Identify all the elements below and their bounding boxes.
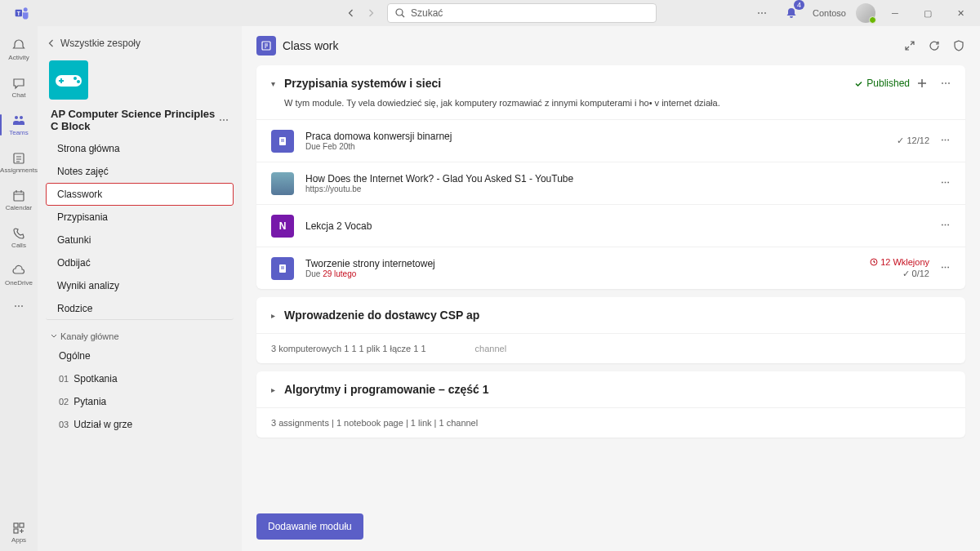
svg-point-3	[396, 9, 403, 16]
nav-reflect[interactable]: Odbijać	[46, 251, 234, 274]
module-title: Wprowadzenie do dostawcy CSP ap	[284, 309, 951, 322]
svg-rect-10	[14, 529, 18, 533]
module-summary: 3 komputerowych 1 1 1 plik 1 łącze 1 1ch…	[256, 333, 965, 363]
module-title: Przypisania systemów i sieci	[284, 77, 848, 90]
item-more[interactable]: ⋯	[941, 136, 951, 146]
assignment-icon	[271, 257, 294, 280]
nav-insights[interactable]: Wyniki analizy	[46, 274, 234, 297]
org-name: Contoso	[813, 8, 846, 18]
chevron-down-icon	[51, 333, 57, 340]
window-close[interactable]: ✕	[947, 2, 973, 24]
channel-participation[interactable]: 03Udział w grze	[42, 413, 237, 436]
rail-calendar[interactable]: Calendar	[0, 181, 38, 219]
team-avatar	[49, 60, 88, 100]
svg-point-12	[74, 77, 77, 80]
nav-grades[interactable]: Gatunki	[46, 229, 234, 251]
add-icon[interactable]	[916, 78, 928, 89]
window-minimize[interactable]: ─	[882, 2, 908, 24]
rail-calls[interactable]: Calls	[0, 219, 38, 256]
item-more[interactable]: ⋯	[941, 178, 951, 189]
rail-activity[interactable]: Activity	[0, 31, 38, 69]
channel-meetings[interactable]: 01Spotkania	[42, 367, 237, 390]
module-item-link[interactable]: How Does the Internet Work? - Glad You A…	[256, 162, 965, 204]
back-to-teams[interactable]: Wszystkie zespoły	[42, 31, 237, 56]
nav-back[interactable]	[343, 5, 359, 21]
chevron-left-icon	[47, 39, 56, 47]
classwork-app-icon	[256, 36, 276, 56]
module-card: ▸ Algorytmy i programowanie – część 1 3 …	[256, 371, 965, 438]
svg-point-13	[77, 80, 80, 83]
rail-chat[interactable]: Chat	[0, 69, 38, 106]
team-title: AP Computer Science Principles C Block	[51, 108, 219, 132]
rail-apps[interactable]: Apps	[0, 513, 38, 551]
user-avatar[interactable]	[856, 3, 875, 23]
item-more[interactable]: ⋯	[941, 220, 951, 231]
svg-point-5	[20, 116, 23, 119]
notifications-button[interactable]: 4	[780, 2, 803, 24]
nav-notes[interactable]: Notes zajęć	[46, 160, 234, 183]
module-item-assignment[interactable]: Praca domowa konwersji binarnejDue Feb 2…	[256, 119, 965, 162]
team-more-menu[interactable]: ⋯	[219, 114, 229, 126]
svg-point-1	[24, 7, 28, 11]
rail-onedrive[interactable]: OneDrive	[0, 256, 38, 294]
module-summary: 3 assignments | 1 notebook page | 1 link…	[256, 407, 965, 438]
notification-count: 4	[794, 0, 804, 10]
more-menu[interactable]: ⋯	[751, 2, 773, 24]
module-expand[interactable]: ▸	[271, 385, 278, 394]
svg-point-4	[15, 116, 18, 119]
channel-questions[interactable]: 02Pytania	[42, 390, 237, 413]
rail-more[interactable]: ⋯	[0, 294, 38, 318]
module-collapse[interactable]: ▾	[271, 79, 278, 88]
window-maximize[interactable]: ▢	[915, 2, 941, 24]
link-thumbnail	[271, 172, 294, 195]
module-card: ▸ Wprowadzenie do dostawcy CSP ap 3 komp…	[256, 297, 965, 363]
nav-forward[interactable]	[363, 5, 379, 21]
module-title: Algorytmy i programowanie – część 1	[284, 383, 951, 396]
add-module-button[interactable]: Dodawanie modułu	[256, 513, 363, 540]
module-item-onenote[interactable]: N Lekcja 2 Vocab ⋯	[256, 204, 965, 247]
search-icon	[394, 7, 406, 19]
shield-icon[interactable]	[952, 39, 965, 52]
presence-indicator	[869, 16, 876, 24]
onenote-icon: N	[271, 215, 294, 238]
nav-home[interactable]: Strona główna	[46, 137, 234, 160]
published-badge: Published	[854, 78, 910, 89]
page-title: Class work	[283, 39, 338, 52]
module-expand[interactable]: ▸	[271, 311, 278, 320]
search-input[interactable]: Szukać	[387, 3, 657, 23]
assignment-icon	[271, 130, 294, 153]
teams-app-icon: T	[3, 5, 41, 21]
rail-assignments[interactable]: Assignments	[0, 144, 38, 181]
svg-rect-8	[14, 523, 18, 527]
module-card: ▾ Przypisania systemów i sieci Published…	[256, 65, 965, 289]
nav-assignments[interactable]: Przypisania	[46, 206, 234, 229]
svg-rect-9	[20, 523, 24, 527]
module-description: W tym module. Ty vela dowiedzieć się, ja…	[256, 95, 965, 119]
expand-icon[interactable]	[903, 39, 916, 52]
refresh-icon[interactable]	[928, 39, 941, 52]
module-more[interactable]: ⋯	[941, 78, 951, 89]
clock-icon	[870, 258, 878, 266]
channel-general[interactable]: Ogólne	[42, 344, 237, 367]
svg-text:T: T	[17, 11, 20, 16]
svg-rect-7	[14, 192, 24, 201]
nav-parents[interactable]: Rodzice	[46, 297, 234, 320]
channels-header[interactable]: Kanały główne	[42, 323, 237, 344]
module-item-assignment[interactable]: Tworzenie strony internetowejDue Due 29 …	[256, 247, 965, 289]
gamepad-icon	[54, 70, 83, 90]
item-more[interactable]: ⋯	[941, 263, 951, 273]
rail-teams[interactable]: Teams	[0, 106, 38, 144]
nav-classwork[interactable]: Classwork	[46, 183, 234, 206]
